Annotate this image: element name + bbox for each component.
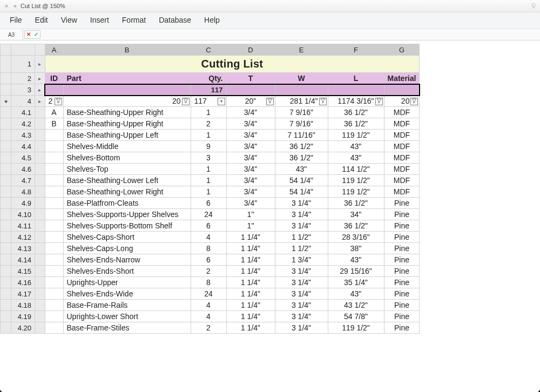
cell-qty[interactable]: 24 [191,288,226,300]
cell-t[interactable]: 1 1/4" [226,243,275,254]
sheet-title[interactable]: Cutting List [45,56,420,73]
cell-part[interactable]: Shelves-Caps-Short [63,232,191,243]
cell-qty[interactable]: 1 [191,164,226,175]
filter-icon[interactable] [182,98,190,105]
cell-l[interactable]: 119 1/2" [328,175,384,186]
cell-w[interactable]: 3 1/4" [275,277,328,288]
spreadsheet-grid[interactable]: A B C D E F G 1 ▸ Cutting List 2 ▸ ID [0,44,420,334]
cell-id[interactable] [45,266,63,277]
column-header-E[interactable]: E [275,44,328,56]
cell-material[interactable]: Pine [384,311,420,322]
cell-l[interactable]: 34" [328,209,384,220]
cell-w[interactable]: 3 1/4" [275,322,328,334]
row-header[interactable]: 1 [11,56,35,73]
cell-t[interactable]: 3/4" [226,152,275,164]
cell-id[interactable] [45,300,63,311]
header-id[interactable]: ID [45,73,63,84]
cell-l[interactable]: 28 3/16" [328,232,384,243]
cell-id[interactable]: B [45,118,63,130]
cell[interactable] [226,84,275,96]
row-header[interactable]: 4.20 [11,322,35,334]
column-header-G[interactable]: G [384,44,420,56]
dropdown-icon[interactable]: ▾ [218,98,225,105]
row-header[interactable]: 4.12 [11,232,35,243]
cell-l[interactable]: 43" [328,288,384,300]
cell-qty[interactable]: 2 [191,266,226,277]
filter-icon[interactable] [266,98,274,105]
column-header-C[interactable]: C [191,44,226,56]
cell-material[interactable]: MDF [384,164,420,175]
sheet-area[interactable]: A B C D E F G 1 ▸ Cutting List 2 ▸ ID [0,40,540,392]
cell-part[interactable]: Shelves-Ends-Wide [63,288,191,300]
row-header[interactable]: 4.14 [11,254,35,266]
column-header-D[interactable]: D [226,44,275,56]
cell-id[interactable] [45,152,63,164]
cell-part[interactable]: Base-Sheathing-Lower Right [63,186,191,198]
cell-id[interactable] [45,186,63,198]
cell-w[interactable]: 36 1/2" [275,141,328,152]
row-header[interactable]: 4.5 [11,152,35,164]
cell-t[interactable]: 1 1/4" [226,311,275,322]
cell-id[interactable] [45,232,63,243]
cell-qty[interactable]: 2 [191,322,226,334]
cell-material[interactable]: Pine [384,277,420,288]
header-t[interactable]: T [226,73,275,84]
outline-toggle-icon[interactable]: ▸ [35,56,45,73]
cell-w[interactable]: 3 1/4" [275,220,328,232]
menu-view[interactable]: View [61,16,77,24]
cell-id[interactable] [45,175,63,186]
cell-qty[interactable]: 3 [191,152,226,164]
cell-w[interactable]: 54 1/4" [275,175,328,186]
cell-qty[interactable]: 1 [191,186,226,198]
cell-w[interactable]: 3 1/4" [275,198,328,209]
cell-t[interactable]: 1" [226,209,275,220]
column-header-B[interactable]: B [63,44,191,56]
menu-database[interactable]: Database [159,16,191,24]
cell-part[interactable]: Shelves-Middle [63,141,191,152]
cell-t[interactable]: 3/4" [226,198,275,209]
cell-part[interactable]: Uprights-Upper [63,277,191,288]
row-header[interactable]: 3 [11,84,35,96]
row-header[interactable]: 4.8 [11,186,35,198]
cell-t[interactable]: 1 1/4" [226,277,275,288]
cell-id[interactable] [45,288,63,300]
cell-l[interactable]: 119 1/2" [328,322,384,334]
row-header[interactable]: 4.15 [11,266,35,277]
row-header[interactable]: 4.11 [11,220,35,232]
summary-l[interactable]: 1174 3/16" [328,96,384,107]
cell-qty[interactable]: 4 [191,311,226,322]
cell-material[interactable]: MDF [384,130,420,141]
cell-l[interactable]: 43" [328,141,384,152]
cell-w[interactable]: 1 1/2" [275,243,328,254]
cell-l[interactable]: 54 7/8" [328,311,384,322]
cell-l[interactable]: 119 1/2" [328,186,384,198]
cell-material[interactable]: Pine [384,209,420,220]
cell-l[interactable]: 43" [328,152,384,164]
outline-toggle-icon[interactable]: ▸ [35,84,45,96]
cell-t[interactable]: 1 1/4" [226,300,275,311]
cell-t[interactable]: 1 1/4" [226,254,275,266]
cell-t[interactable]: 1 1/4" [226,266,275,277]
cell-l[interactable]: 38" [328,243,384,254]
cell-material[interactable]: Pine [384,322,420,334]
cell-qty[interactable]: 8 [191,243,226,254]
cell-qty[interactable]: 6 [191,254,226,266]
cell-t[interactable]: 1 1/4" [226,322,275,334]
cell-material[interactable]: MDF [384,152,420,164]
row-header[interactable]: 4.4 [11,141,35,152]
cell-qty[interactable]: 8 [191,277,226,288]
cell-w[interactable]: 3 1/4" [275,300,328,311]
cell-w[interactable]: 3 1/4" [275,311,328,322]
cell-material[interactable]: Pine [384,254,420,266]
menu-format[interactable]: Format [122,16,146,24]
header-w[interactable]: W [275,73,328,84]
cell-material[interactable]: Pine [384,243,420,254]
cell-material[interactable]: MDF [384,141,420,152]
cell-part[interactable]: Shelves-Ends-Narrow [63,254,191,266]
filter-icon[interactable] [55,98,62,105]
cell-part[interactable]: Base-Frame-Stiles [63,322,191,334]
cell-part[interactable]: Base-Sheathing-Upper Right [63,118,191,130]
row-header[interactable]: 4.17 [11,288,35,300]
row-header[interactable]: 4 [11,96,35,107]
cell-part[interactable]: Shelves-Ends-Short [63,266,191,277]
